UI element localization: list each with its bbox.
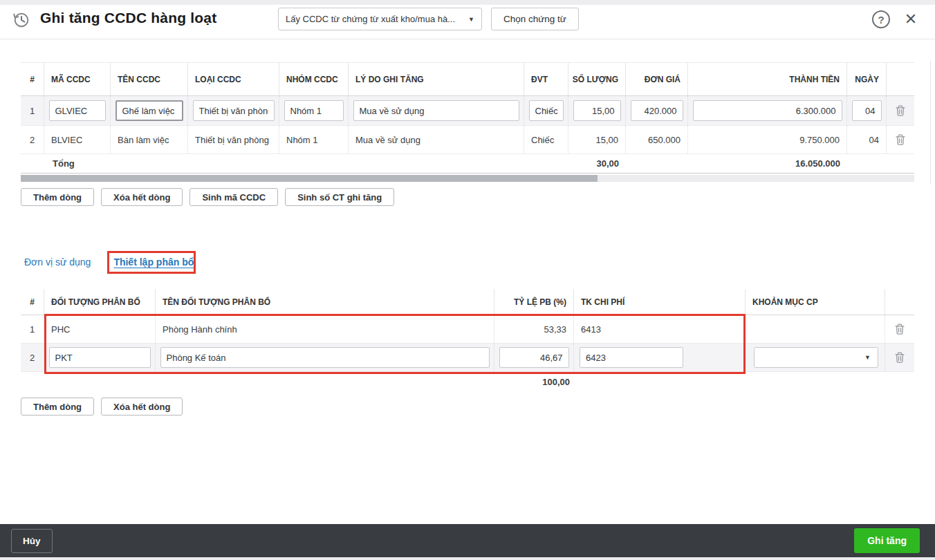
delete-row-button[interactable] bbox=[885, 315, 914, 343]
scrollbar-thumb[interactable] bbox=[21, 175, 598, 182]
col-header-loai-ccdc: LOẠI CCDC bbox=[188, 63, 279, 95]
khoan-muc-cp-select[interactable]: ▼ bbox=[754, 347, 878, 368]
ngay-cell[interactable]: 04 bbox=[847, 126, 887, 153]
thanh-tien-input[interactable] bbox=[693, 100, 842, 121]
trash-icon bbox=[894, 351, 905, 364]
dvt-input[interactable] bbox=[529, 100, 564, 121]
delete-row-button[interactable] bbox=[887, 96, 914, 125]
thanh-tien-cell[interactable]: 9.750.000 bbox=[688, 126, 847, 153]
dvt-cell[interactable]: Chiếc bbox=[524, 126, 568, 153]
ty-le-pb-input[interactable] bbox=[499, 347, 569, 368]
allocation-table: # ĐỐI TƯỢNG PHÂN BỔ TÊN ĐỐI TƯỢNG PHÂN B… bbox=[21, 289, 914, 391]
add-row-button[interactable]: Thêm dòng bbox=[21, 188, 94, 206]
col-header-thanh-tien: THÀNH TIỀN bbox=[688, 63, 847, 95]
ccdc-table-actions: Thêm dòng Xóa hết dòng Sinh mã CCDC Sinh… bbox=[21, 188, 394, 206]
trash-icon bbox=[894, 323, 905, 335]
col-header-tk-chi-phi: TK CHI PHÍ bbox=[574, 289, 746, 315]
delete-row-button[interactable] bbox=[887, 126, 914, 153]
header-divider bbox=[0, 39, 935, 39]
row-index: 1 bbox=[21, 96, 44, 125]
generate-ccdc-code-button[interactable]: Sinh mã CCDC bbox=[189, 188, 278, 206]
tab-thiet-lap-phan-bo[interactable]: Thiết lập phân bổ bbox=[113, 256, 194, 268]
col-header-dvt: ĐVT bbox=[524, 63, 568, 95]
chevron-down-icon: ▼ bbox=[864, 354, 871, 361]
source-document-dropdown-value: Lấy CCDC từ chứng từ xuất kho/mua hà... bbox=[286, 14, 463, 24]
total-label: Tổng bbox=[44, 154, 111, 173]
chevron-down-icon: ▼ bbox=[468, 16, 474, 23]
nhom-ccdc-cell[interactable]: Nhóm 1 bbox=[279, 126, 349, 153]
col-header-don-gia: ĐƠN GIÁ bbox=[626, 63, 688, 95]
col-header-so-luong: SỐ LƯỢNG bbox=[568, 63, 626, 95]
trash-icon bbox=[895, 133, 906, 146]
source-document-dropdown[interactable]: Lấy CCDC từ chứng từ xuất kho/mua hà... … bbox=[278, 8, 482, 30]
ten-doi-tuong-input[interactable] bbox=[160, 347, 490, 368]
row-index: 2 bbox=[21, 344, 44, 371]
help-icon[interactable]: ? bbox=[872, 10, 890, 28]
ma-ccdc-input[interactable] bbox=[49, 100, 106, 121]
generate-doc-number-button[interactable]: Sinh số CT ghi tăng bbox=[285, 188, 394, 206]
ghi-tang-ccdc-dialog: Ghi tăng CCDC hàng loạt Lấy CCDC từ chứn… bbox=[0, 0, 935, 560]
ten-ccdc-input[interactable] bbox=[115, 100, 183, 121]
table-row: 2 ▼ bbox=[21, 344, 914, 372]
ty-le-pb-cell[interactable]: 53,33 bbox=[494, 315, 574, 343]
ten-ccdc-cell[interactable]: Bàn làm việc bbox=[111, 126, 188, 153]
so-luong-input[interactable] bbox=[573, 100, 621, 121]
nhom-ccdc-input[interactable] bbox=[284, 100, 344, 121]
horizontal-scrollbar[interactable] bbox=[21, 175, 914, 182]
total-ratio: 100,00 bbox=[494, 372, 574, 391]
col-header-ten-doi-tuong: TÊN ĐỐI TƯỢNG PHÂN BỔ bbox=[156, 289, 494, 315]
ngay-input[interactable] bbox=[852, 100, 882, 121]
table-right-border bbox=[930, 61, 931, 184]
loai-ccdc-cell[interactable]: Thiết bị văn phòng bbox=[188, 126, 279, 153]
choose-document-button[interactable]: Chọn chứng từ bbox=[491, 8, 579, 30]
don-gia-cell[interactable]: 650.000 bbox=[626, 126, 688, 153]
doi-tuong-cell[interactable]: PHC bbox=[44, 315, 156, 343]
col-header-nhom-ccdc: NHÓM CCDC bbox=[279, 63, 349, 95]
history-clock-icon bbox=[12, 10, 30, 29]
footer-bar: Hủy Ghi tăng bbox=[0, 524, 935, 557]
delete-row-button[interactable] bbox=[885, 344, 914, 371]
tab-don-vi-su-dung[interactable]: Đơn vị sử dụng bbox=[24, 256, 91, 268]
ly-do-cell[interactable]: Mua về sử dụng bbox=[349, 126, 524, 153]
ccdc-table-header-row: # MÃ CCDC TÊN CCDC LOẠI CCDC NHÓM CCDC L… bbox=[21, 62, 914, 96]
row-index: 1 bbox=[21, 315, 44, 343]
col-header-ly-do: LÝ DO GHI TĂNG bbox=[349, 63, 524, 95]
cancel-button[interactable]: Hủy bbox=[11, 529, 53, 553]
so-luong-cell[interactable]: 15,00 bbox=[568, 126, 626, 153]
col-header-index: # bbox=[21, 63, 44, 95]
ma-ccdc-cell[interactable]: BLVIEC bbox=[44, 126, 111, 153]
table-row: 1 PHC Phòng Hành chính 53,33 6413 bbox=[21, 315, 914, 344]
window-bottom-strip bbox=[0, 557, 935, 560]
delete-all-rows-button[interactable]: Xóa hết dòng bbox=[101, 188, 183, 206]
col-header-ty-le-pb: TỶ LỆ PB (%) bbox=[494, 289, 574, 315]
window-edge-strip bbox=[0, 0, 935, 5]
detail-tabs: Đơn vị sử dụng Thiết lập phân bổ bbox=[24, 256, 194, 268]
ten-doi-tuong-cell[interactable]: Phòng Hành chính bbox=[156, 315, 494, 343]
doi-tuong-input[interactable] bbox=[49, 347, 151, 368]
tk-chi-phi-cell[interactable]: 6413 bbox=[574, 315, 746, 343]
col-header-ngay: NGÀY bbox=[847, 63, 887, 95]
ccdc-total-row: Tổng 30,00 16.050.000 bbox=[21, 154, 914, 174]
add-row-button[interactable]: Thêm dòng bbox=[21, 398, 94, 416]
tk-chi-phi-input[interactable] bbox=[580, 347, 683, 368]
page-title: Ghi tăng CCDC hàng loạt bbox=[40, 10, 216, 26]
trash-icon bbox=[895, 104, 906, 117]
close-icon[interactable]: ✕ bbox=[901, 10, 920, 29]
col-header-doi-tuong: ĐỐI TƯỢNG PHÂN BỔ bbox=[44, 289, 156, 315]
don-gia-input[interactable] bbox=[631, 100, 683, 121]
col-header-ma-ccdc: MÃ CCDC bbox=[44, 63, 111, 95]
ly-do-input[interactable] bbox=[353, 100, 519, 121]
allocation-table-header-row: # ĐỐI TƯỢNG PHÂN BỔ TÊN ĐỐI TƯỢNG PHÂN B… bbox=[21, 289, 914, 315]
col-header-delete bbox=[887, 63, 914, 95]
total-amount: 16.050.000 bbox=[688, 154, 847, 173]
ccdc-table: # MÃ CCDC TÊN CCDC LOẠI CCDC NHÓM CCDC L… bbox=[21, 62, 914, 182]
table-row: 1 bbox=[21, 96, 914, 126]
col-header-delete bbox=[885, 289, 914, 315]
total-quantity: 30,00 bbox=[568, 154, 626, 173]
allocation-table-actions: Thêm dòng Xóa hết dòng bbox=[21, 398, 183, 416]
delete-all-rows-button[interactable]: Xóa hết dòng bbox=[101, 398, 183, 416]
submit-ghi-tang-button[interactable]: Ghi tăng bbox=[854, 528, 920, 553]
khoan-muc-cp-cell[interactable] bbox=[746, 315, 885, 343]
table-row: 2 BLVIEC Bàn làm việc Thiết bị văn phòng… bbox=[21, 126, 914, 154]
loai-ccdc-input[interactable] bbox=[193, 100, 275, 121]
